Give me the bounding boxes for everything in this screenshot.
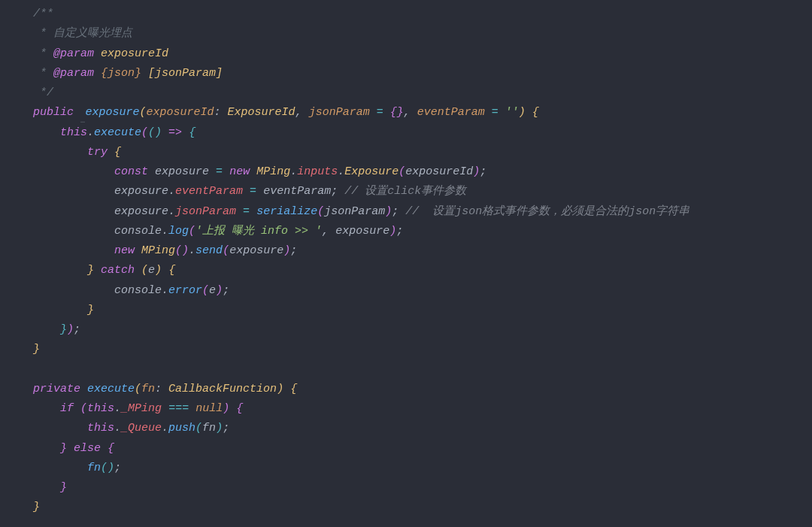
code-line: try { xyxy=(33,146,121,159)
code-line: console.log('上报 曝光 info >> ', exposure); xyxy=(33,225,403,238)
code-line: fn(); xyxy=(33,462,121,474)
method-signature-exposure: public …exposure(exposureId: ExposureId,… xyxy=(33,106,539,119)
code-line: } catch (e) { xyxy=(33,264,175,277)
code-line: this.execute(() => { xyxy=(33,126,195,139)
blank-line xyxy=(33,363,40,376)
code-line: } xyxy=(33,481,67,494)
code-line: exposure.jsonParam = serialize(jsonParam… xyxy=(33,205,689,218)
code-editor-content[interactable]: /** * 自定义曝光埋点 * @param exposureId * @par… xyxy=(0,5,812,518)
code-line: this._Queue.push(fn); xyxy=(33,422,229,435)
doc-comment-line: */ xyxy=(33,86,53,99)
doc-comment-line: * @param {json} [jsonParam] xyxy=(33,67,223,80)
code-line: } xyxy=(33,343,40,356)
code-line: if (this._MPing === null) { xyxy=(33,402,243,415)
code-line: new MPing().send(exposure); xyxy=(33,244,297,257)
code-line: } xyxy=(33,501,40,513)
code-line: }); xyxy=(33,323,80,336)
code-line: console.error(e); xyxy=(33,284,229,297)
doc-comment-line: * @param exposureId xyxy=(33,47,168,60)
code-line: const exposure = new MPing.inputs.Exposu… xyxy=(33,165,486,178)
code-line: } xyxy=(33,304,94,317)
code-line: } else { xyxy=(33,442,114,455)
inlay-hint-icon: … xyxy=(80,117,86,125)
doc-comment-line: /** xyxy=(33,8,53,20)
code-line: exposure.eventParam = eventParam; // 设置c… xyxy=(33,185,466,198)
doc-comment-line: * 自定义曝光埋点 xyxy=(33,27,132,40)
method-signature-execute: private execute(fn: CallbackFunction) { xyxy=(33,383,297,395)
